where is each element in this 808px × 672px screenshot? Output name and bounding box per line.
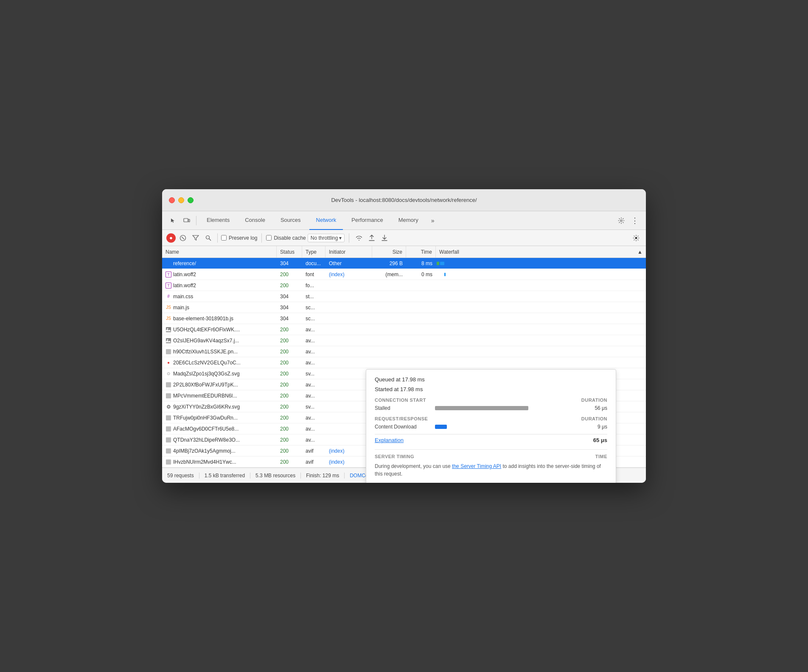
img-red-icon: ● [166, 360, 171, 366]
maximize-button[interactable] [188, 197, 194, 203]
preserve-log-checkbox[interactable]: Preserve log [221, 235, 257, 241]
svg-rect-15 [166, 415, 171, 420]
wifi-icon[interactable] [354, 232, 365, 244]
img-icon [166, 459, 171, 465]
cursor-icon[interactable] [167, 215, 179, 227]
svg-rect-0 [184, 218, 188, 222]
timing-total: Explanation 65 μs [375, 434, 607, 443]
table-row[interactable]: T latin.woff2 200 fo... [162, 280, 646, 291]
tab-memory[interactable]: Memory [392, 211, 425, 230]
table-row[interactable]: JS main.js 304 sc... [162, 302, 646, 313]
wf-blue-bar [440, 262, 444, 265]
requests-count: 59 requests [167, 473, 199, 479]
tab-performance[interactable]: Performance [345, 211, 390, 230]
img-icon [166, 437, 171, 443]
settings-icon[interactable] [615, 215, 627, 227]
svg-rect-10 [166, 338, 171, 343]
table-row[interactable]: T latin.woff2 200 font (index) (mem... 0… [162, 269, 646, 280]
server-timing-section: Server Timing TIME During development, y… [375, 449, 607, 478]
stalled-bar [435, 406, 528, 410]
table-row[interactable]: h90CtfziXluvh1LSSKJE.pn... 200 av... [162, 346, 646, 357]
wf-green-bar [437, 262, 439, 265]
svg-line-5 [209, 238, 211, 241]
col-time[interactable]: Time [406, 246, 436, 258]
img-icon [166, 382, 171, 388]
timing-popup: Queued at 17.98 ms Started at 17.98 ms C… [366, 369, 616, 483]
started-at: Started at 17.98 ms [375, 386, 607, 392]
device-toolbar-icon[interactable] [181, 215, 193, 227]
table-row[interactable]: U5OHzQL4tEKFr6OFlxWK.... 200 av... [162, 324, 646, 335]
titlebar: DevTools - localhost:8080/docs/devtools/… [162, 189, 646, 211]
col-size[interactable]: Size [372, 246, 406, 258]
svg-icon: ⊙ [166, 371, 171, 377]
stalled-row: Stalled 56 μs [375, 405, 607, 411]
table-row[interactable]: O2sIJEHG9avKV4aqzSx7.j... 200 av... [162, 335, 646, 346]
content-download-row: Content Download 9 μs [375, 424, 607, 430]
img-icon [166, 393, 171, 399]
record-button[interactable]: ● [166, 233, 176, 243]
table-row[interactable]: # main.css 304 st... [162, 291, 646, 302]
tab-console[interactable]: Console [238, 211, 272, 230]
tab-sources[interactable]: Sources [274, 211, 308, 230]
js-icon: JS [166, 316, 171, 322]
window-title: DevTools - localhost:8080/docs/devtools/… [331, 197, 477, 203]
server-timing-api-link[interactable]: the Server Timing API [452, 463, 501, 469]
doc-icon: ≡ [166, 260, 171, 266]
disable-cache-checkbox[interactable]: Disable cache [266, 235, 306, 241]
network-settings-icon[interactable] [631, 232, 642, 244]
more-options-icon[interactable]: ⋮ [629, 215, 641, 227]
css-icon: # [166, 294, 171, 300]
col-waterfall[interactable]: Waterfall ▲ [436, 246, 646, 258]
upload-icon[interactable] [366, 232, 377, 244]
col-name[interactable]: Name [162, 246, 277, 258]
img-icon [166, 338, 171, 344]
server-timing-header: Server Timing TIME [375, 454, 607, 459]
content-bar [435, 425, 447, 429]
request-response-header: Request/Response DURATION [375, 416, 607, 421]
svg-rect-18 [166, 448, 171, 454]
svg-rect-12 [166, 349, 171, 354]
col-initiator[interactable]: Initiator [325, 246, 372, 258]
divider [349, 233, 349, 243]
svg-rect-19 [166, 459, 171, 465]
font-icon: T [166, 283, 171, 288]
stalled-duration: 56 μs [582, 405, 607, 411]
traffic-lights [169, 197, 194, 203]
svg-rect-16 [166, 426, 171, 431]
waterfall-cell [436, 269, 646, 280]
gear-icon: ⚙ [166, 404, 171, 410]
minimize-button[interactable] [178, 197, 184, 203]
toolbar-right: ⋮ [615, 215, 641, 227]
tab-elements[interactable]: Elements [200, 211, 236, 230]
filter-bar: ● Preserve log Disable cache No throttli… [162, 230, 646, 246]
divider [217, 233, 218, 243]
table-row[interactable]: ● 20E6CLcSzNV2GELQu7oC... 200 av... [162, 357, 646, 368]
throttle-dropdown[interactable]: No throttling ▾ [308, 234, 345, 242]
explanation-link[interactable]: Explanation [375, 437, 404, 443]
svg-rect-1 [188, 219, 190, 222]
filter-icon[interactable] [190, 232, 201, 244]
svg-rect-8 [166, 327, 171, 332]
svg-point-4 [206, 235, 210, 239]
table-row[interactable]: ≡ reference/ 304 docu... Other 296 B 8 m… [162, 258, 646, 269]
download-icon[interactable] [379, 232, 390, 244]
tab-network[interactable]: Network [309, 211, 343, 230]
svg-line-3 [182, 237, 184, 239]
svg-rect-17 [166, 437, 171, 442]
more-tabs-icon[interactable]: » [427, 215, 439, 227]
table-header: Name Status Type Initiator Size Time [162, 246, 646, 258]
waterfall-bar [436, 258, 646, 269]
search-icon[interactable] [203, 232, 214, 244]
network-panel: Name Status Type Initiator Size Time [162, 246, 646, 468]
close-button[interactable] [169, 197, 175, 203]
divider [196, 216, 196, 225]
table-row[interactable]: JS base-element-3018901b.js 304 sc... [162, 313, 646, 324]
finish-time: Finish: 129 ms [301, 473, 345, 479]
clear-button[interactable] [177, 232, 188, 244]
transferred-size: 1.5 kB transferred [199, 473, 250, 479]
divider [261, 233, 262, 243]
col-status[interactable]: Status [277, 246, 302, 258]
svg-rect-13 [166, 382, 171, 387]
col-type[interactable]: Type [302, 246, 325, 258]
svg-rect-14 [166, 393, 171, 398]
